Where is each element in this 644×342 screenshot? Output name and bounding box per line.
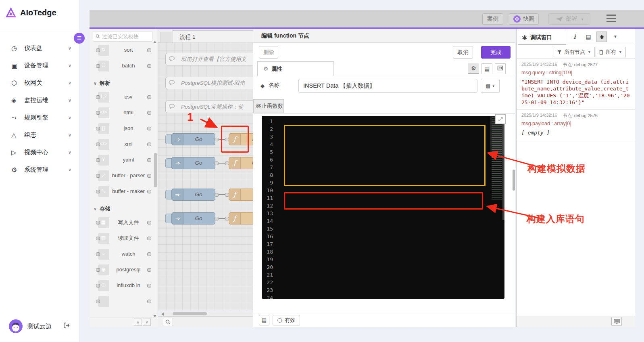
done-button[interactable]: 完成 bbox=[481, 46, 511, 59]
sidebar-item[interactable]: ⬡ 软网关 ∨ bbox=[0, 74, 79, 92]
appearance-button[interactable] bbox=[495, 63, 506, 74]
sidebar-collapse-button[interactable]: ☰ bbox=[74, 33, 85, 44]
system-icon: ⚙ bbox=[11, 166, 19, 174]
inject-node[interactable]: ⇒ Go bbox=[171, 133, 215, 145]
help-tab-icon[interactable]: ▤ bbox=[583, 31, 594, 42]
inject-trigger-button[interactable] bbox=[165, 134, 172, 144]
scrollbar-thumb[interactable] bbox=[173, 312, 207, 315]
palette-node[interactable]: </> html bbox=[98, 107, 149, 118]
palette-category[interactable]: ∨ 存储 bbox=[94, 205, 158, 212]
info-tab-icon[interactable]: i bbox=[569, 31, 580, 42]
palette-scr ollbar[interactable] bbox=[154, 45, 157, 313]
debug-message[interactable]: 2025/1/9 14:32:16 节点: debug 2577 msg.que… bbox=[517, 59, 635, 110]
output-port bbox=[147, 300, 151, 303]
code-line: 22 bbox=[262, 279, 496, 286]
expand-categories-button[interactable]: ∨ bbox=[143, 319, 151, 326]
menu-icon[interactable] bbox=[606, 15, 616, 23]
palette-node[interactable]: 1,2 csv bbox=[98, 92, 149, 103]
output-port[interactable] bbox=[215, 193, 219, 197]
inject-trigger-button[interactable] bbox=[165, 158, 172, 168]
inject-trigger-button[interactable] bbox=[165, 214, 172, 223]
expand-editor-button[interactable]: ⤢ bbox=[495, 114, 506, 124]
deploy-button[interactable]: 部署 ▾ bbox=[548, 13, 590, 25]
output-port[interactable] bbox=[215, 138, 219, 141]
palette-node[interactable]: {} json bbox=[98, 123, 149, 134]
tab-flow-1[interactable]: 流程 1 bbox=[173, 30, 254, 42]
output-port[interactable] bbox=[215, 217, 219, 220]
delete-button[interactable]: 删除 bbox=[259, 46, 278, 59]
username: 测试云边 bbox=[27, 323, 52, 330]
palette-node[interactable]: ⇅ sort bbox=[98, 45, 149, 56]
code-line: 21 bbox=[262, 271, 496, 279]
open-in-window-button[interactable] bbox=[611, 317, 622, 326]
palette-node[interactable]: ⠿ batch bbox=[98, 61, 149, 71]
sidebar-item[interactable]: ⚙ 系统管理 ∨ bbox=[0, 161, 79, 178]
inject-node[interactable]: ⇒ Go bbox=[171, 189, 215, 201]
sidebar-item[interactable]: ⤳ 规则引擎 ∨ bbox=[0, 109, 79, 126]
palette-node[interactable]: </> xml bbox=[98, 139, 149, 150]
palette-search-input[interactable] bbox=[102, 34, 150, 40]
palette-node[interactable] bbox=[98, 296, 149, 307]
editor-scrollbar[interactable] bbox=[502, 119, 504, 220]
code-editor[interactable]: 123456789101112131415161718192021222324 bbox=[262, 116, 504, 299]
palette-node-label: sort bbox=[109, 45, 148, 55]
tab-debug[interactable]: 调试窗口 bbox=[518, 30, 566, 45]
scroll-down-icon[interactable] bbox=[153, 315, 156, 317]
sidebar-item[interactable]: ▣ 设备管理 ∨ bbox=[0, 57, 79, 74]
palette-node[interactable]: Y yaml bbox=[98, 155, 149, 166]
sidebar-item[interactable]: ◷ 仪表盘 ∨ bbox=[0, 40, 79, 57]
scrollbar-thumb[interactable] bbox=[154, 153, 157, 187]
palette-node[interactable]: ◉ postgresql bbox=[98, 264, 149, 275]
inject-trigger-button[interactable] bbox=[165, 190, 172, 199]
palette-node[interactable]: ⤡ buffer - maker bbox=[98, 186, 149, 197]
debug-message[interactable]: 2025/1/9 14:32:16 节点: debug 2576 msg.pay… bbox=[517, 110, 635, 140]
sidebar-item[interactable]: ◈ 监控运维 ∨ bbox=[0, 92, 79, 109]
line-number: 9 bbox=[262, 179, 279, 187]
line-number: 12 bbox=[262, 202, 279, 210]
sidebar-item[interactable]: △ 组态 ∨ bbox=[0, 126, 79, 144]
scroll-up-icon[interactable] bbox=[153, 41, 156, 43]
tab-properties[interactable]: ⚙属性 bbox=[257, 61, 334, 76]
palette-node[interactable]: ⬡ influxdb in bbox=[98, 280, 149, 291]
palette-node[interactable]: ▥ 读取文件 bbox=[98, 233, 149, 244]
edit-properties-button[interactable]: ⚙ bbox=[468, 63, 479, 74]
description-button[interactable]: ▤ bbox=[481, 63, 492, 74]
tray-scrollbar[interactable] bbox=[512, 29, 515, 327]
inject-node[interactable]: ⇒ Go bbox=[171, 157, 215, 169]
snapshot-button[interactable]: 快照 bbox=[509, 13, 539, 25]
sidebar-item[interactable]: ▷ 视频中心 ∨ bbox=[0, 144, 79, 161]
tab-list-button[interactable] bbox=[160, 32, 172, 42]
line-number: 8 bbox=[262, 171, 279, 179]
palette-node[interactable]: ⤢ buffer - parser bbox=[98, 170, 149, 181]
debug-tab-icon[interactable] bbox=[596, 31, 607, 42]
filter-nodes-button[interactable]: 所有节点 ▼ bbox=[554, 47, 595, 57]
inject-node-label: Go bbox=[183, 157, 214, 169]
node-enabled-toggle[interactable]: 有效 bbox=[273, 315, 300, 325]
logo-icon bbox=[5, 6, 17, 19]
library-button[interactable]: ▤ bbox=[259, 315, 269, 325]
palette-node[interactable]: ⌕ watch bbox=[98, 249, 149, 260]
clear-messages-button[interactable]: 所有 ▼ bbox=[596, 47, 626, 57]
canvas-zoom-button[interactable] bbox=[163, 318, 173, 326]
logout-icon[interactable] bbox=[63, 322, 70, 330]
function-tab[interactable]: 终止函数 bbox=[253, 99, 278, 113]
line-number: 21 bbox=[262, 271, 279, 279]
output-port[interactable] bbox=[215, 162, 219, 165]
collapse-categories-button[interactable]: ∧ bbox=[134, 319, 142, 326]
cancel-button[interactable]: 取消 bbox=[453, 46, 473, 59]
scroll-left-icon[interactable] bbox=[161, 313, 164, 316]
case-button[interactable]: 案例 bbox=[482, 13, 503, 25]
library-dropdown-button[interactable]: ▤▾ bbox=[481, 79, 500, 93]
avatar[interactable] bbox=[9, 319, 23, 333]
sidebar-menu-caret[interactable]: ▼ bbox=[610, 31, 621, 42]
node-name-input[interactable] bbox=[298, 79, 477, 93]
palette-category[interactable]: ∨ 解析 bbox=[94, 80, 158, 87]
palette-node-label: buffer - parser bbox=[109, 170, 148, 180]
scrollbar-thumb[interactable] bbox=[513, 170, 515, 191]
code-line: 16 bbox=[262, 233, 496, 240]
chevron-down-icon: ∨ bbox=[68, 115, 71, 120]
inject-node[interactable]: ⇒ Go bbox=[171, 212, 215, 225]
palette-search[interactable] bbox=[93, 31, 152, 42]
chevron-down-icon: ∨ bbox=[68, 150, 71, 155]
palette-node[interactable]: ▤ 写入文件 bbox=[98, 217, 149, 228]
